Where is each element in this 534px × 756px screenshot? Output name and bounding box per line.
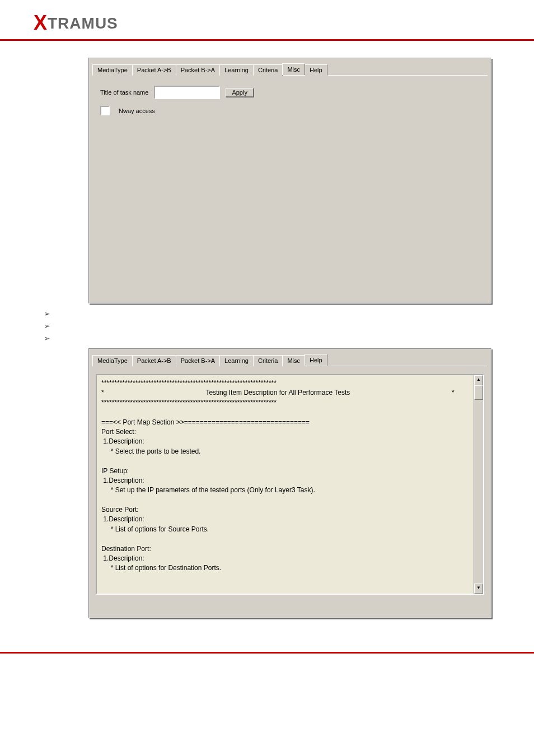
bullet-icon: ➢ — [44, 309, 534, 318]
tab-misc[interactable]: Misc — [282, 355, 305, 366]
misc-panel: MediaType Packet A->B Packet B->A Learni… — [88, 58, 491, 304]
tab-learning[interactable]: Learning — [219, 64, 254, 76]
tab-help[interactable]: Help — [305, 354, 327, 366]
tab-help[interactable]: Help — [305, 64, 327, 76]
tab-criteria[interactable]: Criteria — [253, 355, 283, 366]
bullet-list: ➢ ➢ ➢ — [44, 309, 534, 343]
tab-packet-ab[interactable]: Packet A->B — [132, 355, 176, 366]
tab-packet-ab[interactable]: Packet A->B — [132, 64, 176, 76]
scroll-up-icon[interactable]: ▲ — [474, 375, 483, 385]
bullet-icon: ➢ — [44, 321, 534, 330]
help-panel: MediaType Packet A->B Packet B->A Learni… — [88, 348, 491, 618]
scroll-thumb[interactable] — [474, 385, 483, 400]
tab-strip-misc: MediaType Packet A->B Packet B->A Learni… — [92, 63, 491, 75]
help-content: ****************************************… — [97, 375, 474, 594]
bullet-icon: ➢ — [44, 334, 534, 343]
page-header: XTRAMUS — [0, 0, 534, 39]
misc-body: Title of task name Apply Nway access — [89, 76, 491, 303]
task-name-input[interactable] — [154, 86, 220, 99]
apply-button[interactable]: Apply — [226, 88, 254, 97]
tab-mediatype[interactable]: MediaType — [92, 64, 133, 76]
nway-checkbox[interactable] — [100, 106, 110, 115]
tab-strip-help: MediaType Packet A->B Packet B->A Learni… — [92, 353, 491, 366]
help-textbox: ****************************************… — [96, 374, 484, 595]
tab-packet-ba[interactable]: Packet B->A — [176, 64, 220, 76]
tab-mediatype[interactable]: MediaType — [92, 355, 133, 366]
tab-misc[interactable]: Misc — [282, 63, 305, 75]
footer-rule — [0, 652, 534, 654]
title-of-task-label: Title of task name — [100, 89, 148, 96]
nway-label: Nway access — [119, 108, 155, 114]
tab-packet-ba[interactable]: Packet B->A — [176, 355, 220, 366]
tab-criteria[interactable]: Criteria — [253, 64, 283, 76]
logo: XTRAMUS — [34, 15, 118, 32]
scroll-down-icon[interactable]: ▼ — [474, 584, 483, 594]
tab-learning[interactable]: Learning — [219, 355, 254, 366]
scrollbar[interactable]: ▲ ▼ — [474, 375, 483, 594]
